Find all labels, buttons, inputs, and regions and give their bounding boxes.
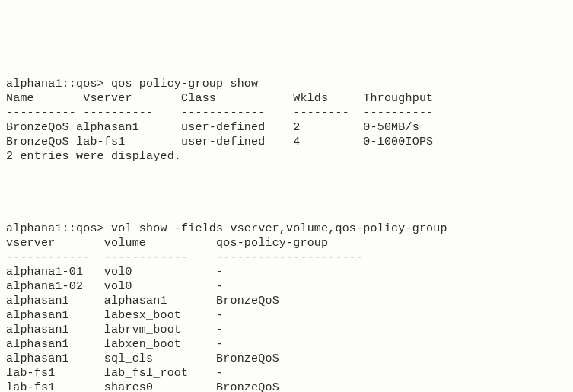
vol-show-block: alphana1::qos> vol show -fields vserver,…: [6, 221, 573, 392]
terminal-output: alphana1::qos> qos policy-group show Nam…: [6, 62, 573, 392]
blank-gap: [6, 178, 573, 207]
qos-policy-group-block: alphana1::qos> qos policy-group show Nam…: [6, 77, 573, 164]
